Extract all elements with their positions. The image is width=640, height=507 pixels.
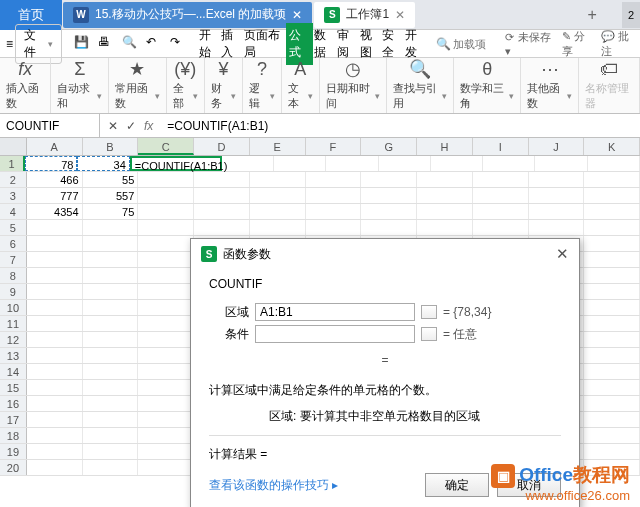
cell[interactable] — [529, 204, 585, 219]
cell[interactable] — [584, 332, 640, 347]
tab-close-icon[interactable]: ✕ — [292, 8, 302, 22]
cell[interactable]: 777 — [27, 188, 83, 203]
cell[interactable]: =COUNTIF(A1:B1) — [130, 156, 222, 171]
cell[interactable] — [138, 204, 194, 219]
cell[interactable] — [138, 380, 194, 395]
cell[interactable] — [584, 188, 640, 203]
cell[interactable] — [27, 412, 83, 427]
cell[interactable] — [584, 444, 640, 459]
cell[interactable] — [138, 284, 194, 299]
row-header[interactable]: 4 — [0, 204, 27, 219]
close-icon[interactable]: ✕ — [556, 245, 569, 263]
cell[interactable]: 34 — [77, 156, 129, 171]
search-input[interactable] — [453, 38, 503, 50]
row-header[interactable]: 2 — [0, 172, 27, 187]
cell[interactable] — [138, 220, 194, 235]
cell[interactable] — [584, 348, 640, 363]
cell[interactable] — [83, 428, 139, 443]
cell[interactable] — [222, 156, 274, 171]
accept-icon[interactable]: ✓ — [126, 119, 136, 133]
cell[interactable] — [83, 380, 139, 395]
cell[interactable] — [473, 204, 529, 219]
row-header[interactable]: 1 — [0, 156, 25, 171]
cell[interactable]: 557 — [83, 188, 139, 203]
cell[interactable] — [138, 316, 194, 331]
ribbon-text[interactable]: A文本▾ — [282, 58, 320, 113]
cell[interactable] — [584, 396, 640, 411]
cell[interactable] — [83, 444, 139, 459]
search-box[interactable]: 🔍 — [436, 37, 503, 51]
cell[interactable] — [529, 188, 585, 203]
col-header[interactable]: I — [473, 138, 529, 155]
redo-icon[interactable]: ↷ — [170, 35, 188, 53]
cell[interactable]: 466 — [27, 172, 83, 187]
cell[interactable] — [27, 220, 83, 235]
cell[interactable] — [83, 268, 139, 283]
col-header[interactable]: J — [529, 138, 585, 155]
cell[interactable]: 75 — [83, 204, 139, 219]
ribbon-lookup[interactable]: 🔍查找与引用▾ — [387, 58, 454, 113]
share-button[interactable]: ✎ 分享 — [562, 29, 591, 59]
cell[interactable] — [584, 252, 640, 267]
cell[interactable] — [27, 300, 83, 315]
cancel-icon[interactable]: ✕ — [108, 119, 118, 133]
preview-icon[interactable]: 🔍 — [122, 35, 140, 53]
cell[interactable] — [27, 268, 83, 283]
dialog-titlebar[interactable]: S 函数参数 ✕ — [191, 239, 579, 269]
cell[interactable] — [27, 428, 83, 443]
cell[interactable] — [361, 188, 417, 203]
cell[interactable] — [194, 188, 250, 203]
cell[interactable] — [535, 156, 587, 171]
col-header[interactable]: B — [83, 138, 139, 155]
range-picker-icon[interactable] — [421, 327, 437, 341]
tab-end[interactable]: 2 — [622, 2, 640, 28]
cell[interactable] — [194, 220, 250, 235]
cell[interactable] — [274, 156, 326, 171]
row-header[interactable]: 16 — [0, 396, 27, 411]
cell[interactable] — [194, 204, 250, 219]
cell[interactable] — [584, 268, 640, 283]
param-input-criteria[interactable] — [255, 325, 415, 343]
cell[interactable] — [250, 220, 306, 235]
col-header[interactable]: D — [194, 138, 250, 155]
col-header[interactable]: G — [361, 138, 417, 155]
cell[interactable] — [417, 220, 473, 235]
cell[interactable] — [473, 172, 529, 187]
cell[interactable] — [584, 428, 640, 443]
help-link[interactable]: 查看该函数的操作技巧 ▸ — [209, 477, 338, 494]
cell[interactable] — [584, 300, 640, 315]
cell[interactable] — [138, 300, 194, 315]
cell[interactable] — [417, 204, 473, 219]
cell[interactable] — [138, 428, 194, 443]
cell[interactable] — [584, 236, 640, 251]
ribbon-other[interactable]: ⋯其他函数▾ — [521, 58, 579, 113]
cell[interactable] — [83, 252, 139, 267]
formula-input[interactable]: =COUNTIF(A1:B1) — [161, 119, 640, 133]
cell[interactable] — [431, 156, 483, 171]
cell[interactable] — [138, 348, 194, 363]
cell[interactable] — [138, 396, 194, 411]
cell[interactable]: 4354 — [27, 204, 83, 219]
row-header[interactable]: 7 — [0, 252, 27, 267]
ribbon-datetime[interactable]: ◷日期和时间▾ — [320, 58, 387, 113]
row-header[interactable]: 3 — [0, 188, 27, 203]
row-header[interactable]: 13 — [0, 348, 27, 363]
row-header[interactable]: 5 — [0, 220, 27, 235]
tab-close-icon[interactable]: ✕ — [395, 8, 405, 22]
cell[interactable] — [584, 316, 640, 331]
cell[interactable] — [306, 220, 362, 235]
row-header[interactable]: 14 — [0, 364, 27, 379]
cell[interactable] — [584, 412, 640, 427]
cell[interactable] — [361, 204, 417, 219]
param-input-range[interactable] — [255, 303, 415, 321]
cell[interactable] — [83, 236, 139, 251]
cell[interactable] — [83, 364, 139, 379]
cell[interactable] — [27, 332, 83, 347]
cell[interactable] — [483, 156, 535, 171]
unsaved-status[interactable]: ⟳ 未保存 ▾ — [505, 30, 551, 58]
ribbon-autosum[interactable]: Σ自动求和▾ — [51, 58, 109, 113]
ribbon-insert-function[interactable]: fx插入函数 — [0, 58, 51, 113]
cell[interactable] — [250, 188, 306, 203]
cell[interactable] — [83, 460, 139, 475]
select-all-corner[interactable] — [0, 138, 27, 155]
